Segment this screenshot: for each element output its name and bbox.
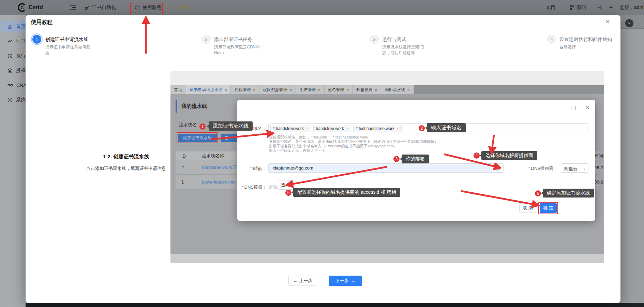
email-label: 邮箱： [237, 165, 266, 172]
target-icon [8, 68, 13, 73]
domain-tag[interactable]: *.handsfree.work [270, 125, 311, 132]
clear-icon[interactable] [496, 166, 500, 171]
tab-roles[interactable]: 角色管理 [325, 85, 353, 94]
fullscreen-icon[interactable] [571, 106, 575, 110]
top-navbar: C Certd 证书自动化 使用教程 专业版 文档 源码 [0, 0, 644, 15]
email-input[interactable]: xiaojunnuo@qq.com [268, 163, 504, 173]
row-time: 06-2 [594, 165, 603, 170]
tab-label: 角色管理 [328, 87, 344, 93]
prev-step-button[interactable]: 上一步 [288, 276, 317, 286]
domain-tag[interactable]: *.test.handsfree.work [353, 125, 402, 132]
row-name-link[interactable]: powerleader.chat [202, 179, 236, 184]
nav-source-link[interactable]: 源码 [570, 0, 586, 15]
background-right-strip [620, 15, 644, 307]
collapse-icon [70, 5, 76, 10]
next-step-button[interactable]: 下一步 [329, 276, 362, 286]
email-label-text: 邮箱： [253, 166, 266, 171]
dialog-close-icon[interactable] [585, 104, 590, 111]
close-all-tabs-button[interactable] [625, 19, 633, 27]
tab-email[interactable]: 邮箱设置 [353, 85, 381, 94]
row-name-link[interactable]: handsfree.work证 [202, 164, 237, 171]
menu-pro-label: 专业版 [176, 4, 190, 11]
tab-home[interactable]: 首页 [170, 85, 186, 94]
globe-icon [597, 5, 602, 10]
nav-source-label: 源码 [576, 4, 586, 11]
step-1-title: 创建证书申请流水线 [45, 36, 88, 43]
tab-cert-pipeline[interactable]: 证书自动化流水线 [186, 85, 231, 94]
step-number: 1 [35, 37, 38, 42]
nav-docs-link[interactable]: 文档 [545, 0, 555, 15]
row-id: 1 [181, 179, 184, 184]
tab-label: 邮箱设置 [356, 87, 373, 93]
row-time: 06-2 [594, 179, 603, 184]
step-2-circle: 2 [202, 35, 211, 44]
email-value: xiaojunnuo@qq.com [269, 164, 492, 172]
next-step-label: 下一步 [335, 278, 349, 284]
cancel-button[interactable]: 取 消 [519, 203, 536, 213]
dns-provider-select[interactable]: 阿里云 [561, 163, 588, 173]
step-number: 2 [205, 37, 207, 42]
pipeline-filter-label: 流水线名 [179, 122, 197, 128]
step-2-desc: 演示部署到阿里云CDN和Nginx [214, 44, 268, 56]
screenshot-tabbar: 首页 证书自动化流水线 授权管理 权限资源管理 用户管理 角色管理 邮箱设置 编… [170, 85, 604, 94]
annotation-number: 6 [537, 191, 539, 196]
annotation-circle-2: 2 [419, 125, 425, 131]
step-1-circle: 1 [32, 35, 41, 44]
step-number: 3 [373, 37, 375, 42]
sidebar-collapse-button[interactable] [70, 0, 76, 15]
domain-label-text: 域名： [253, 126, 266, 131]
step-1-desc: 演示证书申请任务如何配置 [45, 44, 94, 56]
chevron-down-icon [583, 166, 586, 171]
tab-label: 编辑流水线 [385, 87, 405, 93]
domain-help-line: 输入一个回车之后，再输入下一个 [269, 148, 325, 153]
step-4-desc: 自动运行 [559, 44, 617, 50]
step-3-desc: 演示流水线运行,查看日志，成功后跳过等 [382, 44, 430, 56]
annotation-number: 4 [476, 153, 478, 158]
domain-tag[interactable]: handsfree.work [313, 125, 351, 132]
col-time: 时间 [594, 153, 603, 159]
dns-provider-label-text: DNS提供商： [531, 166, 558, 171]
theme-button[interactable] [609, 0, 613, 15]
dns-auth-select-button[interactable]: 选 择 [278, 180, 294, 190]
link-icon [8, 84, 13, 87]
step-connector [267, 39, 368, 39]
tab-permission[interactable]: 权限资源管理 [259, 85, 296, 94]
menu-cert-automation[interactable]: 证书自动化 [85, 0, 116, 15]
step-4-title: 设置定时执行和邮件通知 [559, 36, 612, 43]
dns-auth-label-text: DNS授权： [244, 185, 267, 190]
tab-users[interactable]: 用户管理 [296, 85, 324, 94]
step-3-circle: 3 [370, 35, 379, 44]
menu-pro[interactable]: 专业版 [170, 0, 190, 15]
annotation-circle-1: 1 [199, 123, 206, 130]
step-number: 4 [550, 37, 553, 42]
annotation-circle-4: 4 [474, 152, 480, 159]
confirm-button-highlight-box [538, 202, 558, 214]
domain-tag-text: handsfree.work [316, 126, 344, 131]
domain-tag-text: *.test.handsfree.work [356, 126, 394, 131]
col-name: 流水线名称 [202, 153, 224, 159]
prev-step-label: 上一步 [299, 278, 313, 284]
menu-cert-label: 证书自动化 [92, 4, 116, 11]
annotation-number: 1 [201, 124, 204, 129]
language-button[interactable] [597, 0, 602, 15]
app-logo: C Certd [18, 0, 43, 15]
branch-icon [570, 5, 574, 10]
logo-icon: C [18, 3, 27, 12]
screenshot-header-band [170, 71, 604, 85]
annotation-tooltip-3: 你的邮箱 [402, 155, 429, 163]
step-4-circle: 4 [547, 35, 556, 44]
tab-auth[interactable]: 授权管理 [231, 85, 259, 94]
step-connector [97, 39, 198, 39]
domain-tag-row: *.handsfree.work handsfree.work *.test.h… [270, 125, 402, 132]
annotation-circle-6: 6 [535, 190, 541, 196]
annotation-tooltip-2: 输入证书域名 [427, 123, 466, 132]
user-greeting-label: 您好，admin [620, 4, 644, 11]
annotation-number: 5 [287, 190, 290, 195]
key-icon [85, 5, 90, 10]
user-greeting[interactable]: 您好，admin [620, 0, 644, 15]
tab-label: 权限资源管理 [263, 87, 287, 93]
tutorial-close-button[interactable] [605, 18, 610, 26]
tab-label: 证书自动化流水线 [190, 87, 222, 93]
tab-edit-pipeline[interactable]: 编辑流水线 [381, 85, 414, 94]
screen: C Certd 证书自动化 使用教程 专业版 文档 源码 [0, 0, 644, 307]
